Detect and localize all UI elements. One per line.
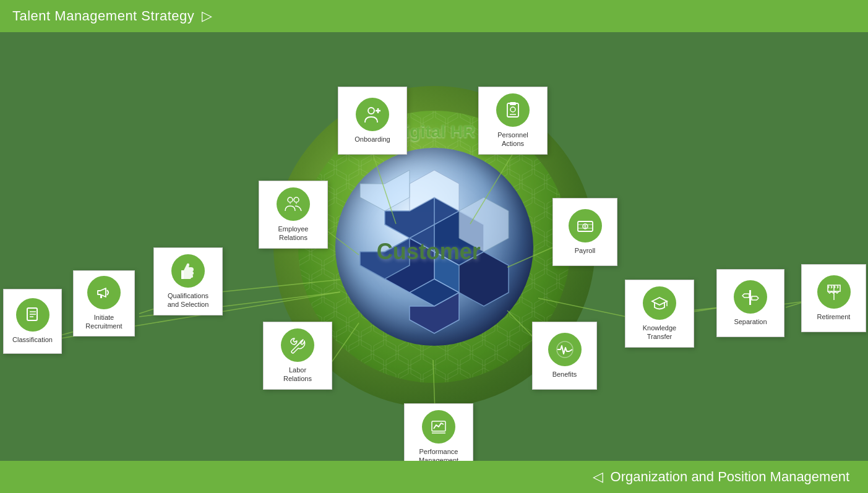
qualifications-icon-circle [171, 254, 205, 288]
header-title: Talent Management Strategy [12, 8, 194, 24]
svg-line-57 [297, 343, 299, 346]
banner-icon [825, 283, 843, 301]
employee-relations-card[interactable]: EmployeeRelations [259, 181, 328, 249]
footer-back-arrow: ◁ [593, 469, 603, 485]
qualifications-card[interactable]: Qualificationsand Selection [153, 247, 223, 315]
header: Talent Management Strategy ▷ [0, 0, 868, 32]
footer: ◁ Organization and Position Management [0, 461, 868, 493]
payroll-icon-circle: $ [569, 209, 602, 242]
qualifications-label: Qualificationsand Selection [168, 291, 209, 309]
initiate-recruitment-card[interactable]: InitiateRecruitment [73, 270, 135, 337]
personnel-actions-icon-circle [496, 93, 530, 127]
svg-marker-33 [360, 170, 410, 211]
header-arrow: ▷ [202, 8, 212, 24]
payroll-card[interactable]: $ Payroll [552, 198, 617, 266]
retirement-icon-circle [817, 275, 851, 309]
heartbeat-icon [556, 340, 574, 359]
labor-relations-card[interactable]: LaborRelations [263, 322, 332, 390]
retirement-card[interactable]: Retirement [801, 264, 866, 332]
badge-icon [504, 101, 522, 119]
tools-icon [288, 336, 307, 354]
classification-icon-circle [16, 298, 49, 332]
svg-point-42 [368, 108, 374, 114]
customer-label: Customer [377, 239, 481, 265]
svg-point-38 [288, 197, 293, 202]
personnel-actions-card[interactable]: PersonnelActions [478, 87, 548, 155]
payroll-label: Payroll [575, 246, 596, 255]
classification-card[interactable]: Classification [3, 289, 62, 354]
employee-relations-label: EmployeeRelations [278, 225, 309, 242]
svg-text:$: $ [584, 225, 587, 229]
separation-card[interactable]: Separation [716, 269, 784, 337]
labor-relations-label: LaborRelations [283, 366, 312, 384]
svg-point-47 [510, 107, 515, 112]
performance-management-card[interactable]: PerformanceManagement [404, 403, 473, 461]
footer-title: Organization and Position Management [611, 469, 849, 485]
initiate-recruitment-icon-circle [87, 276, 121, 309]
separation-icon-circle [734, 280, 767, 314]
chart-icon [429, 418, 448, 436]
personnel-actions-label: PersonnelActions [497, 131, 528, 148]
benefits-card[interactable]: Benefits [532, 322, 597, 390]
performance-management-label: PerformanceManagement [419, 447, 458, 461]
onboarding-icon-circle [356, 98, 389, 131]
onboarding-card[interactable]: Onboarding [338, 87, 407, 155]
thumbsup-icon [179, 262, 197, 280]
person-plus-icon [363, 105, 382, 124]
separation-label: Separation [734, 317, 767, 326]
initiate-recruitment-label: InitiateRecruitment [85, 313, 122, 331]
signpost-icon [741, 288, 760, 306]
knowledge-transfer-icon-circle [643, 286, 676, 320]
knowledge-transfer-label: KnowledgeTransfer [643, 324, 676, 341]
performance-management-icon-circle [422, 410, 455, 444]
onboarding-label: Onboarding [355, 135, 390, 144]
labor-relations-icon-circle [281, 328, 314, 362]
doc-icon [24, 306, 42, 324]
employee-relations-icon-circle [277, 187, 310, 221]
classification-label: Classification [12, 335, 53, 344]
retirement-label: Retirement [817, 312, 851, 321]
money-icon: $ [576, 216, 595, 235]
megaphone-icon [95, 283, 113, 302]
main-content: Digital HR Customer Classification [0, 32, 868, 461]
svg-point-39 [294, 197, 299, 202]
svg-rect-46 [510, 102, 516, 105]
benefits-icon-circle [548, 333, 582, 366]
knowledge-transfer-card[interactable]: KnowledgeTransfer [625, 280, 694, 348]
grad-cap-icon [650, 294, 669, 312]
people-icon [284, 195, 303, 213]
benefits-label: Benefits [552, 370, 577, 379]
